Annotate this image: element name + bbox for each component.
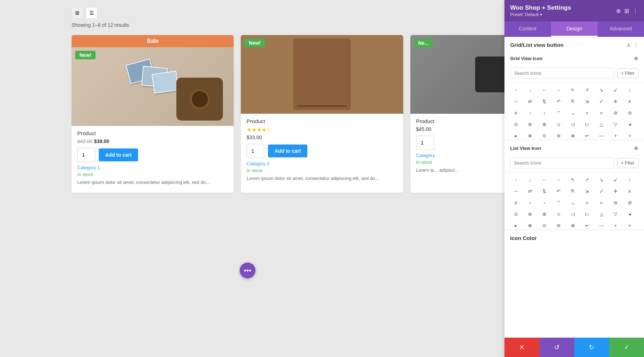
grid-icon-select-btn[interactable]: ⊕ bbox=[634, 55, 638, 61]
icon-cell[interactable]: ↔ bbox=[510, 96, 522, 107]
icon-cell[interactable]: ☺ bbox=[553, 118, 564, 130]
icon-cell[interactable]: ← bbox=[539, 84, 550, 96]
icon-cell[interactable]: » bbox=[596, 107, 607, 118]
icon-cell[interactable]: ⊘ bbox=[624, 107, 635, 118]
panel-icon-target[interactable]: ⊕ bbox=[616, 8, 621, 14]
icon-cell[interactable]: » bbox=[596, 197, 607, 208]
icon-cell[interactable]: ⊘ bbox=[624, 197, 635, 208]
icon-cell[interactable]: → bbox=[553, 174, 564, 185]
icon-cell[interactable]: ☺ bbox=[553, 208, 564, 220]
icon-cell[interactable]: △ bbox=[596, 118, 607, 130]
icon-cell[interactable]: ⌃ bbox=[553, 197, 564, 208]
icon-cell[interactable]: ↗ bbox=[581, 174, 593, 185]
icon-cell[interactable]: ↘ bbox=[596, 84, 607, 96]
redo-btn[interactable]: ↻ bbox=[574, 338, 609, 357]
icon-cell[interactable]: ⊚ bbox=[525, 208, 536, 220]
icon-cell[interactable]: « bbox=[581, 197, 593, 208]
icon-cell[interactable]: ⊖ bbox=[553, 130, 564, 140]
icon-cell[interactable]: × bbox=[624, 220, 635, 230]
icon-cell[interactable]: ⊙ bbox=[510, 208, 522, 220]
icon-cell[interactable]: ∨ bbox=[510, 107, 522, 118]
icon-cell[interactable]: ⊚ bbox=[525, 118, 536, 130]
icon-cell[interactable]: ⤢ bbox=[596, 96, 607, 107]
icon-cell[interactable]: ▽ bbox=[610, 118, 621, 130]
icon-cell[interactable]: ▸ bbox=[510, 130, 522, 140]
qty-input-3[interactable] bbox=[416, 136, 434, 150]
icon-cell[interactable]: ↙ bbox=[610, 174, 621, 185]
icon-cell[interactable]: ↶ bbox=[553, 96, 564, 107]
icon-cell[interactable]: › bbox=[539, 107, 550, 118]
icon-cell[interactable]: ⇱ bbox=[567, 185, 579, 197]
section-more-icon[interactable]: ⋮ bbox=[633, 42, 638, 48]
icon-cell[interactable]: ⊗ bbox=[567, 130, 579, 140]
tab-design[interactable]: Design bbox=[551, 21, 597, 37]
add-to-cart-btn-1[interactable]: Add to cart bbox=[99, 148, 138, 161]
icon-cell[interactable]: ⇱ bbox=[567, 96, 579, 107]
add-to-cart-btn-2[interactable]: Add to cart bbox=[268, 145, 307, 157]
icon-cell[interactable]: ⊖ bbox=[610, 197, 621, 208]
icon-cell[interactable]: ▷ bbox=[581, 118, 593, 130]
icon-cell[interactable]: ↘ bbox=[596, 174, 607, 185]
icon-cell[interactable]: ◂ bbox=[624, 118, 635, 130]
grid-search-input[interactable] bbox=[510, 68, 614, 79]
icon-cell[interactable]: ◂ bbox=[624, 208, 635, 220]
icon-cell[interactable]: + bbox=[610, 220, 621, 230]
icon-cell[interactable]: ↖ bbox=[567, 84, 579, 96]
list-filter-btn[interactable]: + Filter bbox=[617, 158, 638, 168]
floating-menu-btn[interactable]: ••• bbox=[240, 263, 255, 278]
icon-cell[interactable]: ✛ bbox=[610, 185, 621, 197]
icon-cell[interactable]: ⇅ bbox=[539, 96, 550, 107]
icon-cell[interactable]: ▷ bbox=[581, 208, 593, 220]
qty-input-2[interactable] bbox=[247, 144, 264, 158]
icon-cell[interactable]: ⌄ bbox=[567, 197, 579, 208]
icon-cell[interactable]: ↑ bbox=[510, 84, 522, 96]
panel-icon-more[interactable]: ⋮ bbox=[633, 8, 638, 14]
icon-cell[interactable]: ↔ bbox=[510, 185, 522, 197]
icon-cell[interactable]: ▽ bbox=[610, 208, 621, 220]
icon-cell[interactable]: ↓ bbox=[525, 84, 536, 96]
list-view-btn[interactable]: ☰ bbox=[86, 7, 97, 19]
icon-cell[interactable]: ∧ bbox=[624, 185, 635, 197]
icon-cell[interactable]: ⇄ bbox=[525, 185, 536, 197]
icon-cell[interactable]: ‹ bbox=[525, 107, 536, 118]
icon-cell[interactable]: ⇲ bbox=[581, 96, 593, 107]
icon-cell[interactable]: « bbox=[581, 107, 593, 118]
cancel-btn[interactable]: ✕ bbox=[504, 338, 540, 357]
category-link-1[interactable]: Category 1 bbox=[77, 165, 228, 170]
icon-cell[interactable]: ⊛ bbox=[539, 118, 550, 130]
icon-cell[interactable]: ⊙ bbox=[539, 130, 550, 140]
icon-cell[interactable]: ◁ bbox=[567, 118, 579, 130]
panel-icon-layout[interactable]: ⊞ bbox=[624, 8, 629, 14]
icon-cell[interactable]: — bbox=[596, 130, 607, 140]
icon-cell[interactable]: ⇄ bbox=[525, 96, 536, 107]
icon-cell[interactable]: × bbox=[624, 130, 635, 140]
icon-cell[interactable]: ⊖ bbox=[553, 220, 564, 230]
icon-cell[interactable]: ⤢ bbox=[596, 185, 607, 197]
icon-cell[interactable]: ↩ bbox=[581, 220, 593, 230]
icon-cell[interactable]: ↩ bbox=[581, 130, 593, 140]
tab-content[interactable]: Content bbox=[504, 21, 551, 37]
icon-cell[interactable]: ↕ bbox=[624, 174, 635, 185]
icon-cell[interactable]: ⌄ bbox=[567, 107, 579, 118]
icon-cell[interactable]: ← bbox=[539, 174, 550, 185]
icon-cell[interactable]: ✛ bbox=[610, 96, 621, 107]
icon-cell[interactable]: ↕ bbox=[624, 84, 635, 96]
undo-btn[interactable]: ↺ bbox=[540, 338, 575, 357]
grid-filter-btn[interactable]: + Filter bbox=[617, 68, 638, 78]
icon-cell[interactable]: ↙ bbox=[610, 84, 621, 96]
panel-preset[interactable]: Preset: Default ▾ bbox=[510, 12, 571, 17]
icon-cell[interactable]: ⊕ bbox=[525, 130, 536, 140]
icon-cell[interactable]: ∨ bbox=[510, 197, 522, 208]
category-link-2[interactable]: Category 3 bbox=[247, 161, 397, 166]
save-btn[interactable]: ✓ bbox=[609, 338, 644, 357]
icon-cell[interactable]: ↗ bbox=[581, 84, 593, 96]
icon-cell[interactable]: ↑ bbox=[510, 174, 522, 185]
icon-cell[interactable]: ↖ bbox=[567, 174, 579, 185]
icon-cell[interactable]: ⊙ bbox=[539, 220, 550, 230]
icon-cell[interactable]: ⇲ bbox=[581, 185, 593, 197]
icon-cell[interactable]: ⊗ bbox=[567, 220, 579, 230]
qty-input-1[interactable] bbox=[77, 148, 95, 162]
icon-cell[interactable]: ↶ bbox=[553, 185, 564, 197]
icon-cell[interactable]: ◁ bbox=[567, 208, 579, 220]
list-icon-select-btn[interactable]: ⊕ bbox=[634, 145, 638, 151]
